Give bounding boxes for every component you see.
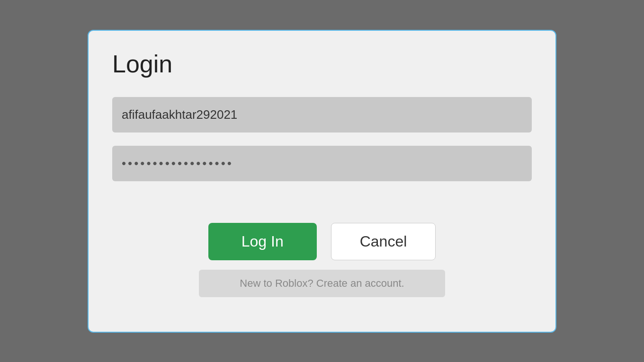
login-button[interactable]: Log In [208, 223, 317, 260]
cancel-button[interactable]: Cancel [331, 223, 436, 260]
password-input[interactable] [112, 146, 532, 181]
buttons-row: Log In Cancel [112, 223, 532, 260]
dialog-title: Login [112, 50, 532, 78]
username-input[interactable] [112, 97, 532, 132]
create-account-link[interactable]: New to Roblox? Create an account. [199, 270, 445, 297]
login-dialog: Login Log In Cancel New to Roblox? Creat… [88, 30, 556, 333]
